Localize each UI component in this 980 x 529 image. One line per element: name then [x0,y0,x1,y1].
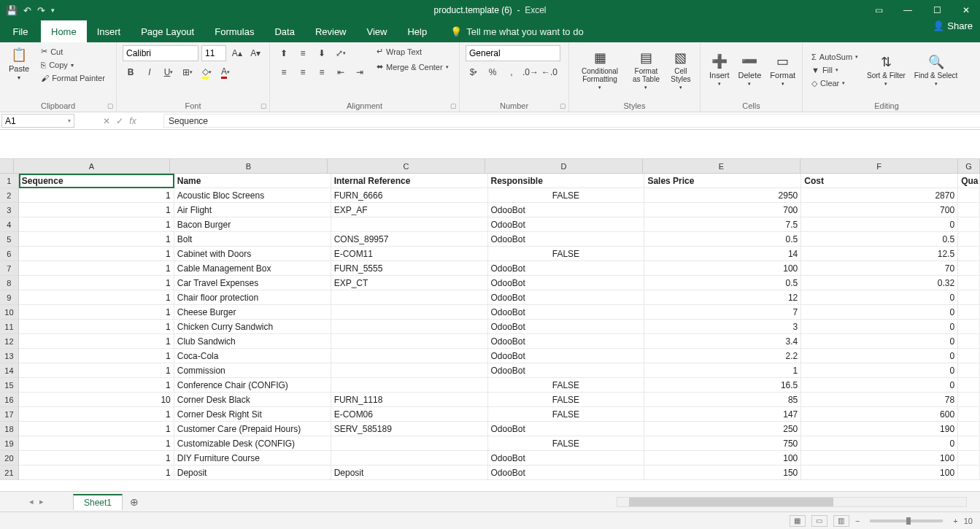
column-header[interactable]: F [800,159,958,173]
cut-button[interactable]: ✂Cut [38,45,108,58]
row-header[interactable]: 5 [0,232,19,247]
cell[interactable] [958,378,980,393]
cell[interactable] [958,436,980,451]
row-header[interactable]: 15 [0,378,19,393]
cell[interactable]: 147 [644,407,801,422]
decrease-font-icon[interactable]: A▾ [248,45,264,61]
cell[interactable]: 150 [644,466,801,480]
cell[interactable]: Deposit [174,466,331,480]
row-header[interactable]: 2 [0,188,19,203]
cell[interactable]: OdooBot [488,217,645,232]
cell[interactable]: 1 [19,466,174,480]
dialog-launcher-icon[interactable]: ▢ [107,102,114,109]
align-center-icon[interactable]: ≡ [295,64,311,80]
autosum-button[interactable]: ΣAutoSum▾ [809,51,861,63]
cell[interactable] [958,466,980,480]
share-button[interactable]: 👤 Share [933,20,973,31]
cell[interactable]: Bolt [174,232,331,247]
dialog-launcher-icon[interactable]: ▢ [261,102,267,109]
bold-button[interactable]: B [123,64,139,80]
cell[interactable]: 100 [801,466,958,480]
cell[interactable]: 1 [19,203,174,217]
cell[interactable]: 0.5 [644,276,801,290]
cell[interactable]: 1 [19,247,174,261]
cell[interactable] [958,305,980,320]
merge-center-button[interactable]: ⬌Merge & Center▾ [374,61,452,73]
number-format-combo[interactable] [466,45,560,61]
cell[interactable]: OdooBot [488,422,645,436]
cell[interactable] [331,334,488,349]
cell[interactable]: 12.5 [801,247,958,261]
accounting-format-icon[interactable]: $▾ [466,64,482,80]
tab-home[interactable]: Home [41,20,87,42]
tab-file[interactable]: File [0,20,41,42]
column-header[interactable]: D [485,159,643,173]
align-left-icon[interactable]: ≡ [276,64,292,80]
row-header[interactable]: 4 [0,217,19,232]
cell[interactable]: Customizable Desk (CONFIG) [174,436,331,451]
cell[interactable]: FURN_1118 [331,393,488,407]
cell[interactable]: 1 [19,261,174,276]
cell[interactable] [331,305,488,320]
cell[interactable]: 1 [19,407,174,422]
qat-customize-icon[interactable]: ▾ [51,7,55,14]
save-icon[interactable]: 💾 [6,5,18,16]
cell[interactable] [958,247,980,261]
row-header[interactable]: 12 [0,334,19,349]
sheet-first-icon[interactable]: ◂ [29,497,34,506]
cell[interactable]: 0 [801,334,958,349]
tab-help[interactable]: Help [397,20,437,42]
cell[interactable] [331,451,488,466]
copy-button[interactable]: ⎘Copy▾ [38,59,108,71]
cell[interactable]: 700 [644,203,801,217]
page-layout-view-icon[interactable]: ▭ [811,515,827,527]
cell[interactable]: Cheese Burger [174,305,331,320]
row-header[interactable]: 1 [0,174,19,188]
cancel-formula-icon[interactable]: ✕ [103,116,110,126]
dialog-launcher-icon[interactable]: ▢ [450,102,457,109]
cell[interactable]: FALSE [488,436,645,451]
cell[interactable]: 0 [801,320,958,334]
percent-format-icon[interactable]: % [485,64,501,80]
cell[interactable]: 0 [801,349,958,363]
tab-formulas[interactable]: Formulas [204,20,264,42]
cell[interactable]: 1 [19,305,174,320]
cell[interactable]: 3.4 [644,334,801,349]
sheet-tab[interactable]: Sheet1 [73,494,123,510]
cell[interactable]: E-COM06 [331,407,488,422]
cell[interactable]: Qua [958,174,980,188]
cell[interactable]: 0 [801,436,958,451]
cell[interactable]: 0.5 [644,232,801,247]
zoom-slider[interactable] [870,520,943,522]
cell[interactable] [958,217,980,232]
row-header[interactable]: 17 [0,407,19,422]
dialog-launcher-icon[interactable]: ▢ [560,102,566,109]
cell[interactable]: Acoustic Bloc Screens [174,188,331,203]
cell[interactable]: OdooBot [488,363,645,378]
cell[interactable] [331,290,488,305]
cell[interactable]: FALSE [488,247,645,261]
cell[interactable]: 3 [644,320,801,334]
cell[interactable]: Responsible [488,174,645,188]
cell[interactable] [958,422,980,436]
italic-button[interactable]: I [142,64,158,80]
cell[interactable]: OdooBot [488,203,645,217]
orientation-icon[interactable]: ⤢▾ [333,45,349,61]
cell[interactable]: 0 [801,217,958,232]
increase-decimal-icon[interactable]: .0→ [522,64,539,80]
align-middle-icon[interactable]: ≡ [295,45,311,61]
cell[interactable] [958,363,980,378]
comma-format-icon[interactable]: , [503,64,520,80]
cell[interactable]: Internal Reference [331,174,488,188]
cell[interactable]: Cabinet with Doors [174,247,331,261]
cell[interactable]: Deposit [331,466,488,480]
cell-grid[interactable]: 1SequenceNameInternal ReferenceResponsib… [0,174,980,480]
cell[interactable]: OdooBot [488,349,645,363]
row-header[interactable]: 21 [0,466,19,480]
cell[interactable]: EXP_AF [331,203,488,217]
cell[interactable]: FALSE [488,378,645,393]
cell[interactable]: 85 [644,393,801,407]
cell[interactable] [958,334,980,349]
page-break-view-icon[interactable]: ▥ [833,515,849,527]
cell[interactable]: SERV_585189 [331,422,488,436]
